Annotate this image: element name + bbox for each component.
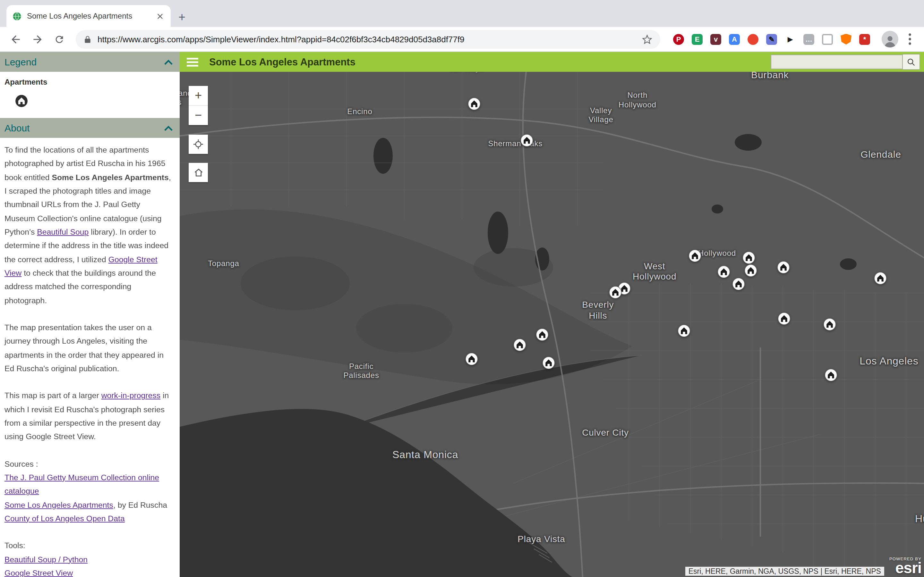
tool-line: Google Street View xyxy=(5,567,173,577)
map-search-box xyxy=(771,54,920,70)
adblock-extension-icon[interactable] xyxy=(748,34,758,45)
hamburger-menu-icon[interactable] xyxy=(187,57,198,66)
text-link[interactable]: Some Los Angeles Apartments xyxy=(5,500,113,509)
forward-icon[interactable] xyxy=(28,30,46,48)
map-place-label: Los Angeles xyxy=(859,355,918,367)
pocket-extension-icon[interactable]: v xyxy=(710,34,721,45)
text-link[interactable]: County of Los Angeles Open Data xyxy=(5,514,125,523)
lastpass-extension-icon[interactable]: * xyxy=(859,34,870,45)
apartment-marker[interactable] xyxy=(678,324,691,337)
bookmark-star-icon[interactable] xyxy=(642,34,653,45)
map-canvas[interactable]: Van NuysBurbankNorthHollywoodValleyVilla… xyxy=(180,72,924,577)
browser-tab[interactable]: Some Los Angeles Apartments xyxy=(6,5,171,27)
apartment-marker[interactable] xyxy=(543,357,556,370)
apartment-marker[interactable] xyxy=(609,286,622,299)
browser-menu-icon[interactable] xyxy=(902,33,918,45)
apartment-legend-icon xyxy=(15,94,28,108)
apartment-marker[interactable] xyxy=(744,264,757,277)
highlighter-extension-icon[interactable]: ✎ xyxy=(766,34,777,45)
map-place-label: BeverlyHills xyxy=(582,300,614,321)
map-place-label: ValleyVillage xyxy=(588,106,613,125)
source-line: County of Los Angeles Open Data xyxy=(5,512,173,526)
bold-text: Some Los Angeles Apartments xyxy=(52,173,168,182)
apartment-marker[interactable] xyxy=(778,312,790,325)
pinterest-extension-icon[interactable]: P xyxy=(673,34,684,45)
tools-list: Beautiful Soup / PythonGoogle Street Vie… xyxy=(5,553,173,577)
map-place-label: Culver City xyxy=(582,428,629,438)
locate-button[interactable] xyxy=(189,135,208,154)
evernote-extension-icon[interactable]: E xyxy=(692,34,703,45)
apartment-marker[interactable] xyxy=(825,369,837,382)
map-place-label: Topanga xyxy=(208,259,239,268)
apartment-marker[interactable] xyxy=(513,338,526,351)
apartment-marker[interactable] xyxy=(777,261,790,274)
apartment-marker[interactable] xyxy=(874,272,887,285)
map-attribution-row: Esri, HERE, Garmin, NGA, USGS, NPS | Esr… xyxy=(685,557,921,576)
map-place-label: Glendale xyxy=(861,148,901,160)
map-place-label: Burbank xyxy=(751,72,788,81)
tools-label: Tools: xyxy=(5,539,173,553)
apartment-marker[interactable] xyxy=(717,265,730,278)
map-place-label: Santa Monica xyxy=(393,448,458,461)
map-place-label: Encino xyxy=(347,107,372,116)
sidebar: Legend Apartments About To find the loca… xyxy=(0,52,180,577)
apartment-marker[interactable] xyxy=(468,98,481,111)
map-place-label: Huntington Park xyxy=(915,512,924,524)
apartment-marker[interactable] xyxy=(520,134,533,147)
avast-extension-icon[interactable] xyxy=(841,34,851,45)
text-link[interactable]: Beautiful Soup / Python xyxy=(5,555,87,564)
screenshot-extension-icon[interactable] xyxy=(822,34,833,45)
back-icon[interactable] xyxy=(6,30,24,48)
sources-label: Sources : xyxy=(5,458,173,471)
text-link[interactable]: Google Street View xyxy=(5,255,158,277)
zoom-in-button[interactable]: + xyxy=(189,86,208,105)
chat-extension-icon[interactable]: … xyxy=(803,34,814,45)
legend-panel-header[interactable]: Legend xyxy=(0,52,180,72)
about-paragraph: To find the locations of all the apartme… xyxy=(5,143,173,308)
source-line: The J. Paul Getty Museum Collection onli… xyxy=(5,471,173,498)
apartment-marker[interactable] xyxy=(743,251,756,264)
address-bar[interactable]: https://www.arcgis.com/apps/SimpleViewer… xyxy=(76,30,660,48)
map-search-input[interactable] xyxy=(771,55,903,69)
reload-icon[interactable] xyxy=(50,30,68,48)
tab-favicon-globe-icon xyxy=(12,11,22,21)
apartment-marker[interactable] xyxy=(465,353,478,366)
map-place-label: Van Nuys xyxy=(449,72,484,73)
about-panel-title: About xyxy=(5,122,29,133)
map-app-header: Some Los Angeles Apartments xyxy=(180,52,924,72)
apartment-marker[interactable] xyxy=(688,250,701,262)
chevron-up-icon[interactable] xyxy=(164,59,173,65)
new-tab-button[interactable]: + xyxy=(178,11,186,23)
about-body: To find the locations of all the apartme… xyxy=(0,138,180,577)
zoom-out-button[interactable]: − xyxy=(189,105,208,125)
text-link[interactable]: Beautiful Soup xyxy=(37,227,89,237)
basemap xyxy=(180,72,924,577)
tab-close-icon[interactable] xyxy=(155,11,165,21)
text-link[interactable]: Google Street View xyxy=(5,569,73,577)
map-place-label: Playa Vista xyxy=(517,534,565,545)
legend-layer-name: Apartments xyxy=(5,77,173,87)
extensions-row: PEvA✎►…* xyxy=(668,34,875,45)
home-extent-button[interactable] xyxy=(189,163,208,182)
map-attribution: Esri, HERE, Garmin, NGA, USGS, NPS | Esr… xyxy=(685,567,884,576)
map-place-label: NorthHollywood xyxy=(619,91,656,110)
apartment-marker[interactable] xyxy=(823,318,836,330)
google-translate-extension-icon[interactable]: A xyxy=(729,34,740,45)
search-button[interactable] xyxy=(903,54,920,70)
legend-panel-title: Legend xyxy=(5,56,37,67)
profile-avatar[interactable] xyxy=(882,31,898,47)
apartment-marker[interactable] xyxy=(732,278,745,291)
padlock-icon xyxy=(83,35,92,43)
about-panel-header[interactable]: About xyxy=(0,118,180,138)
map-app: Some Los Angeles Apartments xyxy=(180,52,924,577)
map-place-label: WestHollywood xyxy=(633,261,676,282)
text-link[interactable]: work-in-progress xyxy=(102,392,161,400)
cursor-extension-icon[interactable]: ► xyxy=(785,34,796,45)
source-line: Some Los Angeles Apartments, by Ed Rusch… xyxy=(5,498,173,512)
tool-line: Beautiful Soup / Python xyxy=(5,553,173,567)
text-link[interactable]: The J. Paul Getty Museum Collection onli… xyxy=(5,473,159,496)
url-text[interactable]: https://www.arcgis.com/apps/SimpleViewer… xyxy=(97,34,636,44)
legend-body: Apartments xyxy=(0,72,180,118)
apartment-marker[interactable] xyxy=(536,329,549,342)
chevron-up-icon[interactable] xyxy=(164,125,173,131)
